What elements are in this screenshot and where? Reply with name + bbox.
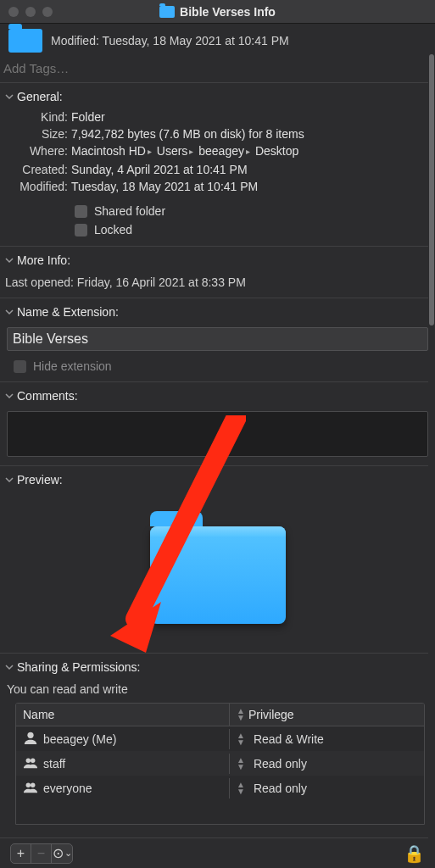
size-value: 7,942,782 bytes (7.6 MB on disk) for 8 i… [71,125,428,142]
preview-area [0,492,435,653]
user-name: staff [43,757,65,771]
svg-point-2 [26,759,31,763]
section-preview-header[interactable]: Preview: [0,465,435,492]
privilege-cell[interactable]: ▲▼Read & Write [229,729,424,749]
privilege-cell[interactable]: ▲▼Read only [229,754,424,774]
general-block: Kind:Folder Size:7,942,782 bytes (7.6 MB… [0,108,435,246]
action-menu-button[interactable]: ⊙⌄ [52,844,72,863]
more-info-block: Last opened: Friday, 16 April 2021 at 8:… [0,272,435,298]
column-name[interactable]: Name [16,704,229,726]
table-empty-row [16,800,424,824]
window-title-group: Bible Verses Info [0,5,435,19]
section-more-info-header[interactable]: More Info: [0,246,435,272]
privilege-value: Read only [254,757,307,771]
lock-icon[interactable]: 🔒 [404,843,425,864]
chevron-down-icon [5,308,14,316]
permissions-table: Name ▲▼ Privilege beeagey (Me)▲▼Read & W… [15,703,425,825]
chevron-down-icon [5,476,14,484]
permissions-summary: You can read and write [0,679,435,703]
window-title: Bible Verses Info [180,5,276,19]
comments-input[interactable] [7,411,428,457]
table-row[interactable]: staff▲▼Read only [16,751,424,776]
locked-checkbox[interactable]: Locked [75,220,428,239]
folder-icon [8,29,42,53]
section-general-header[interactable]: General: [0,83,435,108]
remove-button[interactable]: − [31,844,52,863]
person-icon [23,730,38,748]
window-controls [8,7,53,17]
hide-extension-checkbox: Hide extension [0,356,435,381]
svg-point-4 [26,783,31,787]
kind-value: Folder [71,108,428,125]
stepper-icon: ▲▼ [237,757,245,771]
user-name: beeagey (Me) [43,732,116,746]
shared-folder-checkbox[interactable]: Shared folder [75,202,428,220]
stepper-icon: ▲▼ [237,782,245,795]
segmented-control: + − ⊙⌄ [10,843,73,864]
chevron-down-icon [5,392,14,400]
table-row[interactable]: beeagey (Me)▲▼Read & Write [16,726,424,751]
last-opened-value: Friday, 16 April 2021 at 8:33 PM [77,275,246,289]
section-name-ext-header[interactable]: Name & Extension: [0,298,435,324]
checkbox-icon [14,360,26,373]
group-icon [23,779,38,797]
minimize-window-icon[interactable] [25,7,36,17]
table-header: Name ▲▼ Privilege [16,704,424,726]
svg-point-1 [27,732,33,738]
tags-row[interactable] [0,56,435,83]
svg-point-3 [31,759,35,763]
titlebar: Bible Verses Info [0,0,435,24]
where-value: Macintosh HD▸ Users▸ beeagey▸ Desktop [71,142,428,161]
folder-preview-icon [150,526,286,624]
table-row[interactable]: everyone▲▼Read only [16,776,424,800]
scrollbar-thumb[interactable] [429,54,434,326]
header-summary: Modified: Tuesday, 18 May 2021 at 10:41 … [0,24,435,56]
created-value: Sunday, 4 April 2021 at 10:41 PM [71,161,428,178]
svg-point-5 [31,783,35,787]
privilege-cell[interactable]: ▲▼Read only [229,778,424,798]
checkbox-icon [75,205,87,218]
section-sharing-header[interactable]: Sharing & Permissions: [0,653,435,679]
section-comments-header[interactable]: Comments: [0,381,435,408]
zoom-window-icon[interactable] [42,7,53,17]
folder-icon [159,6,175,18]
tags-input[interactable] [3,61,432,75]
add-button[interactable]: + [11,844,31,863]
chevron-down-icon [5,663,14,671]
header-modified: Modified: Tuesday, 18 May 2021 at 10:41 … [51,34,289,47]
name-input[interactable]: Bible Verses [7,327,428,351]
close-window-icon[interactable] [8,7,19,17]
checkbox-icon [75,224,87,236]
privilege-value: Read only [254,782,307,795]
privilege-value: Read & Write [254,732,324,746]
sort-icon: ▲▼ [237,708,245,721]
user-name: everyone [43,782,92,795]
scrollbar[interactable] [428,54,435,868]
modified-value: Tuesday, 18 May 2021 at 10:41 PM [71,178,428,195]
group-icon [23,754,38,772]
column-privilege[interactable]: ▲▼ Privilege [229,704,424,726]
chevron-down-icon [5,256,14,264]
footer-toolbar: + − ⊙⌄ 🔒 [0,837,435,868]
chevron-down-icon [5,92,14,101]
stepper-icon: ▲▼ [237,732,245,746]
